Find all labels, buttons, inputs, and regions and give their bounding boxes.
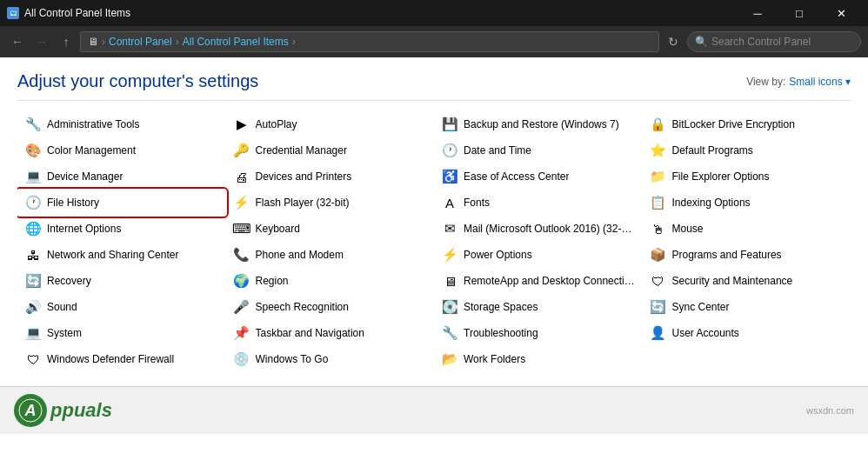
- breadcrumb-all-items[interactable]: All Control Panel Items: [183, 36, 289, 48]
- storage-spaces-label: Storage Spaces: [464, 301, 537, 313]
- cp-item-security-maintenance[interactable]: 🛡Security and Maintenance: [643, 268, 851, 294]
- sep2: ›: [176, 36, 179, 48]
- taskbar-navigation-label: Taskbar and Navigation: [256, 327, 364, 339]
- cp-item-ease-access[interactable]: ♿Ease of Access Center: [434, 163, 643, 190]
- cp-item-color-management[interactable]: 🎨Color Management: [17, 137, 226, 163]
- cp-item-flash-player[interactable]: ⚡Flash Player (32-bit): [226, 190, 435, 216]
- mouse-icon: 🖱: [650, 220, 667, 237]
- cp-item-taskbar-navigation[interactable]: 📌Taskbar and Navigation: [226, 320, 435, 346]
- refresh-button[interactable]: ↻: [663, 31, 684, 52]
- back-button[interactable]: ←: [7, 31, 28, 52]
- cp-item-speech-recognition[interactable]: 🎤Speech Recognition: [226, 294, 435, 320]
- cp-item-devices-printers[interactable]: 🖨Devices and Printers: [226, 163, 435, 190]
- cp-item-credential-manager[interactable]: 🔑Credential Manager: [226, 137, 435, 163]
- search-bar: 🔍: [687, 31, 861, 52]
- region-icon: 🌍: [233, 272, 250, 290]
- devices-printers-icon: 🖨: [233, 168, 250, 185]
- system-label: System: [47, 327, 82, 339]
- maximize-button[interactable]: □: [779, 0, 819, 26]
- view-by-value[interactable]: Small icons ▾: [789, 76, 851, 88]
- close-button[interactable]: ✕: [821, 0, 861, 26]
- search-icon: 🔍: [695, 36, 708, 48]
- cp-item-mouse[interactable]: 🖱Mouse: [643, 216, 851, 242]
- security-maintenance-label: Security and Maintenance: [672, 275, 793, 287]
- cp-item-programs-features[interactable]: 📦Programs and Features: [643, 242, 851, 268]
- autoplay-icon: ▶: [233, 116, 250, 133]
- cp-item-backup-restore[interactable]: 💾Backup and Restore (Windows 7): [434, 111, 643, 137]
- appuals-svg-icon: A: [18, 398, 43, 423]
- breadcrumb-icon: 🖥: [88, 36, 98, 48]
- cp-item-power-options[interactable]: ⚡Power Options: [434, 242, 643, 268]
- cp-item-windows-to-go[interactable]: 💿Windows To Go: [226, 346, 435, 372]
- cp-item-bitlocker[interactable]: 🔒BitLocker Drive Encryption: [643, 111, 851, 137]
- sound-icon: 🔊: [24, 298, 42, 316]
- cp-item-work-folders[interactable]: 📂Work Folders: [434, 346, 643, 372]
- remoteapp-icon: 🖥: [441, 272, 458, 290]
- ease-access-icon: ♿: [441, 168, 458, 185]
- cp-item-remoteapp[interactable]: 🖥RemoteApp and Desktop Connections: [434, 268, 643, 294]
- title-bar-controls: ─ □ ✕: [738, 0, 861, 26]
- cp-item-sound[interactable]: 🔊Sound: [17, 294, 226, 320]
- logo-icon: A: [14, 394, 47, 427]
- address-bar: ← → ↑ 🖥 › Control Panel › All Control Pa…: [0, 26, 868, 57]
- cp-item-indexing-options[interactable]: 📋Indexing Options: [643, 190, 851, 216]
- watermark: wsxdn.com: [806, 405, 854, 416]
- sep1: ›: [102, 36, 105, 48]
- sep3: ›: [292, 36, 296, 48]
- cp-item-date-time[interactable]: 🕐Date and Time: [434, 137, 643, 163]
- cp-item-device-manager[interactable]: 💻Device Manager: [17, 163, 226, 190]
- breadcrumb-control-panel[interactable]: Control Panel: [109, 36, 172, 48]
- speech-recognition-label: Speech Recognition: [256, 301, 349, 313]
- windows-to-go-label: Windows To Go: [256, 353, 329, 365]
- ease-access-label: Ease of Access Center: [464, 170, 569, 183]
- cp-item-network-sharing[interactable]: 🖧Network and Sharing Center: [17, 242, 226, 268]
- internet-options-icon: 🌐: [24, 220, 42, 237]
- cp-item-file-history[interactable]: 🕐File History: [17, 190, 226, 216]
- cp-item-phone-modem[interactable]: 📞Phone and Modem: [226, 242, 435, 268]
- cp-item-keyboard[interactable]: ⌨Keyboard: [226, 216, 435, 242]
- windows-defender-icon: 🛡: [24, 350, 42, 368]
- title-bar-left: 🗂 All Control Panel Items: [7, 7, 130, 19]
- cp-item-storage-spaces[interactable]: 💽Storage Spaces: [434, 294, 643, 320]
- keyboard-icon: ⌨: [233, 220, 250, 237]
- page-header: Adjust your computer's settings View by:…: [17, 71, 851, 101]
- bitlocker-icon: 🔒: [650, 116, 667, 133]
- power-options-icon: ⚡: [441, 246, 458, 264]
- window-title: All Control Panel Items: [24, 7, 130, 19]
- title-bar: 🗂 All Control Panel Items ─ □ ✕: [0, 0, 868, 26]
- cp-item-autoplay[interactable]: ▶AutoPlay: [226, 111, 435, 137]
- bottom-bar: A ppuals wsxdn.com: [0, 386, 868, 434]
- troubleshooting-icon: 🔧: [441, 324, 458, 342]
- cp-item-recovery[interactable]: 🔄Recovery: [17, 268, 226, 294]
- page-title: Adjust your computer's settings: [17, 71, 258, 91]
- cp-item-sync-center[interactable]: 🔄Sync Center: [643, 294, 851, 320]
- cp-item-default-programs[interactable]: ⭐Default Programs: [643, 137, 851, 163]
- cp-item-administrative-tools[interactable]: 🔧Administrative Tools: [17, 111, 226, 137]
- cp-item-windows-defender[interactable]: 🛡Windows Defender Firewall: [17, 346, 226, 372]
- date-time-icon: 🕐: [441, 142, 458, 159]
- cp-item-mail[interactable]: ✉Mail (Microsoft Outlook 2016) (32-bit): [434, 216, 643, 242]
- cp-item-region[interactable]: 🌍Region: [226, 268, 435, 294]
- cp-item-user-accounts[interactable]: 👤User Accounts: [643, 320, 851, 346]
- keyboard-label: Keyboard: [256, 223, 300, 235]
- taskbar-navigation-icon: 📌: [233, 324, 250, 342]
- user-accounts-icon: 👤: [650, 324, 667, 342]
- cp-item-internet-options[interactable]: 🌐Internet Options: [17, 216, 226, 242]
- cp-item-troubleshooting[interactable]: 🔧Troubleshooting: [434, 320, 643, 346]
- forward-button[interactable]: →: [31, 31, 52, 52]
- sync-center-icon: 🔄: [650, 298, 667, 316]
- cp-item-fonts[interactable]: AFonts: [434, 190, 643, 216]
- up-button[interactable]: ↑: [56, 31, 77, 52]
- cp-item-file-explorer-options[interactable]: 📁File Explorer Options: [643, 163, 851, 190]
- mail-icon: ✉: [441, 220, 458, 237]
- svg-text:A: A: [24, 402, 37, 419]
- network-sharing-label: Network and Sharing Center: [47, 249, 178, 261]
- fonts-label: Fonts: [464, 197, 490, 209]
- cp-item-system[interactable]: 💻System: [17, 320, 226, 346]
- minimize-button[interactable]: ─: [738, 0, 778, 26]
- windows-defender-label: Windows Defender Firewall: [47, 353, 174, 365]
- storage-spaces-icon: 💽: [441, 298, 458, 316]
- power-options-label: Power Options: [464, 249, 532, 261]
- search-input[interactable]: [711, 36, 853, 48]
- administrative-tools-icon: 🔧: [24, 116, 42, 133]
